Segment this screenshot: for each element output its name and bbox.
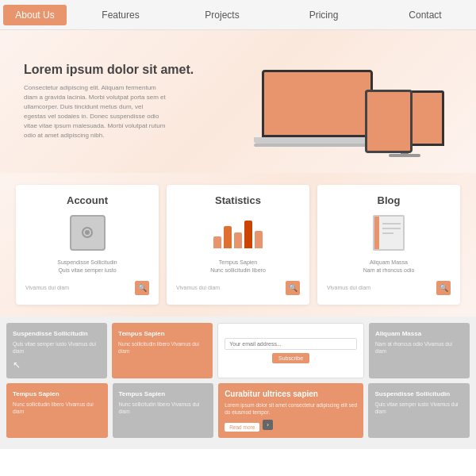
grid-cell-1-4-text: Nam at rhoncus odio Vivamus dui diam — [375, 340, 463, 355]
blog-search-button[interactable]: 🔍 — [436, 281, 451, 295]
grid-cell-2-1: Tempus Sapien Nunc sollicitudin libero V… — [6, 383, 108, 438]
arrow-button[interactable]: › — [263, 420, 273, 430]
grid-row-2: Tempus Sapien Nunc sollicitudin libero V… — [6, 383, 470, 438]
account-search-button[interactable]: 🔍 — [135, 281, 149, 295]
nav-pricing[interactable]: Pricing — [273, 2, 374, 29]
grid-cell-1-1-text: Quis vitae semper iusto Vivamus dui diam — [13, 340, 101, 355]
grid-cell-2-2: Tempus Sapien Nunc sollicitudin libero V… — [113, 383, 214, 438]
laptop-screen — [262, 70, 373, 137]
laptop-device — [254, 70, 381, 157]
grid-cell-1-4: Aliquam Massa Nam at rhoncus odio Vivamu… — [369, 323, 470, 378]
nav-contact[interactable]: Contact — [374, 2, 476, 29]
grid-cell-2-2-text: Nunc sollicitudin libero Vivamus dui dia… — [119, 401, 208, 415]
hero-devices — [246, 46, 452, 157]
grid-cell-2-4-text: Quis vitae semper iusto Vivamus dui diam — [374, 401, 463, 415]
nav-features[interactable]: Features — [70, 2, 171, 29]
monitor-stand — [389, 154, 420, 157]
navigation: About Us Features Projects Pricing Conta… — [0, 0, 476, 30]
grid-cell-1-2-title: Tempus Sapien — [118, 329, 206, 338]
hero-text: Lorem ipsum dolor sit amet. Consectetur … — [24, 63, 246, 140]
statistics-search-button[interactable]: 🔍 — [286, 281, 300, 295]
cta-cell: Curabitur ultrices sapien Lorem ipsum do… — [218, 383, 363, 438]
cta-title: Curabitur ultrices sapien — [225, 390, 357, 398]
grid-cell-1-4-title: Aliquam Massa — [375, 329, 463, 338]
account-card-title: Account — [25, 194, 149, 206]
grid-cell-2-1-title: Tempus Sapien — [13, 390, 102, 398]
blog-card-desc: Aliquam Massa Nam at rhoncus odio — [327, 259, 451, 274]
laptop-base — [254, 137, 381, 144]
grid-row-1: Suspendisse Sollicitudin Quis vitae semp… — [6, 323, 470, 378]
cards-section: Account Suspendisse Sollicitudin Quis vi… — [0, 173, 476, 317]
statistics-card-title: Statistics — [176, 194, 300, 206]
subscribe-cell: Subscribe — [217, 323, 364, 378]
book-icon — [369, 213, 409, 252]
grid-cell-1-1: Suspendisse Sollicitudin Quis vitae semp… — [6, 323, 107, 378]
tablet-device — [365, 90, 413, 153]
blog-footer-text: Vivamus dui diam — [327, 285, 370, 290]
statistics-card: Statistics Tempus Sapien Nunc sollicitud… — [167, 185, 309, 305]
statistics-card-desc: Tempus Sapien Nunc sollicitudin libero — [176, 259, 300, 274]
account-card-desc: Suspendisse Sollicitudin Quis vitae semp… — [25, 259, 149, 274]
grid-cell-2-4: Suspendisse Sollicitudin Quis vitae semp… — [368, 383, 470, 438]
account-footer-text: Vivamus dui diam — [25, 285, 69, 290]
nav-projects[interactable]: Projects — [171, 2, 273, 29]
safe-icon — [67, 213, 107, 252]
account-card-footer: Vivamus dui diam 🔍 — [25, 281, 149, 295]
hero-section: Lorem ipsum dolor sit amet. Consectetur … — [0, 30, 476, 173]
subscribe-button[interactable]: Subscribe — [272, 353, 309, 363]
hero-description: Consectetur adipiscing elit. Aliquam fer… — [24, 83, 167, 140]
account-card: Account Suspendisse Sollicitudin Quis vi… — [16, 185, 159, 305]
statistics-footer-text: Vivamus dui diam — [176, 285, 220, 290]
cursor-icon: ↖ — [13, 359, 101, 372]
statistics-card-footer: Vivamus dui diam 🔍 — [176, 281, 300, 295]
grid-cell-1-2-text: Nunc sollicitudin libero Vivamus dui dia… — [118, 340, 206, 355]
blog-card-title: Blog — [327, 194, 451, 206]
cta-text: Lorem ipsum dolor sit amet consectetur a… — [225, 401, 357, 416]
blog-card-footer: Vivamus dui diam 🔍 — [327, 281, 451, 295]
nav-about-us[interactable]: About Us — [3, 5, 67, 25]
grid-cell-2-2-title: Tempus Sapien — [119, 390, 208, 398]
email-input[interactable] — [225, 338, 357, 350]
grid-cell-2-4-title: Suspendisse Sollicitudin — [374, 390, 463, 398]
grid-cell-1-1-title: Suspendisse Sollicitudin — [13, 329, 101, 338]
read-more-button[interactable]: Read more — [225, 423, 259, 432]
grid-cell-2-1-text: Nunc sollicitudin libero Vivamus dui dia… — [13, 401, 102, 415]
bar-chart-icon — [218, 213, 258, 252]
blog-card: Blog Aliquam Massa Nam at rhoncus odio V… — [317, 185, 460, 305]
hero-title: Lorem ipsum dolor sit amet. — [24, 63, 246, 77]
grid-cell-1-2: Tempus Sapien Nunc sollicitudin libero V… — [112, 323, 213, 378]
bottom-section: Suspendisse Sollicitudin Quis vitae semp… — [0, 317, 476, 449]
